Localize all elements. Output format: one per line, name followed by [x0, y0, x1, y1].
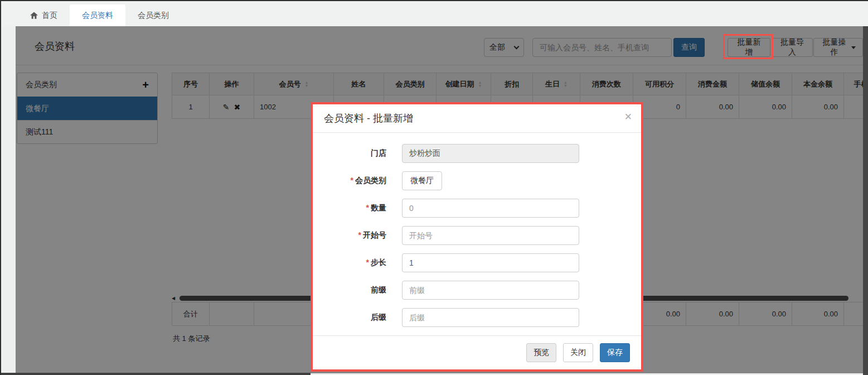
field-control — [402, 308, 579, 327]
window-left-edge — [0, 0, 1, 375]
modal-footer: 预览 关闭 保存 — [313, 335, 641, 369]
field-control — [402, 199, 579, 218]
save-button[interactable]: 保存 — [600, 343, 630, 362]
category-select-button[interactable]: 微餐厅 — [402, 171, 442, 190]
field-control — [402, 144, 579, 163]
form-row: *会员类别微餐厅 — [313, 171, 641, 190]
form-row: 前缀 — [313, 281, 641, 300]
modal-header: 会员资料 - 批量新增 ✕ — [313, 104, 641, 133]
field-label: 前缀 — [313, 281, 386, 300]
annotation-batch-add-highlight — [723, 34, 773, 59]
field-input[interactable] — [402, 199, 579, 218]
batch-add-modal: 会员资料 - 批量新增 ✕ 门店*会员类别微餐厅*数量*开始号*步长前缀后缀 预… — [311, 102, 643, 372]
required-asterisk: * — [351, 176, 353, 185]
form-row: 后缀 — [313, 308, 641, 327]
field-label: *会员类别 — [313, 171, 386, 190]
form-row: *数量 — [313, 199, 641, 218]
form-row: *开始号 — [313, 226, 641, 245]
home-icon — [30, 12, 38, 19]
close-icon[interactable]: ✕ — [624, 111, 632, 123]
form-row: 门店 — [313, 144, 641, 163]
preview-button[interactable]: 预览 — [526, 343, 556, 362]
horizontal-scrollbar-stub[interactable] — [1, 373, 311, 375]
field-control — [402, 253, 579, 272]
field-input[interactable] — [402, 281, 579, 300]
required-asterisk: * — [358, 230, 361, 239]
top-tab-bar: 首页 会员资料 会员类别 — [1, 1, 868, 26]
required-asterisk: * — [366, 258, 369, 267]
modal-close-button[interactable]: 关闭 — [563, 343, 593, 362]
field-input[interactable] — [402, 226, 579, 245]
field-label: *数量 — [313, 199, 386, 218]
field-input[interactable] — [402, 308, 579, 327]
tab-member-category[interactable]: 会员类别 — [125, 4, 181, 26]
field-label: 门店 — [313, 144, 386, 163]
field-control — [402, 226, 579, 245]
tab-member-info-label: 会员资料 — [82, 11, 113, 21]
vertical-scrollbar[interactable] — [863, 26, 868, 375]
field-control — [402, 281, 579, 300]
field-input — [402, 144, 579, 163]
window-top-edge — [0, 0, 868, 1]
required-asterisk: * — [366, 203, 369, 212]
field-label: *开始号 — [313, 226, 386, 245]
modal-body: 门店*会员类别微餐厅*数量*开始号*步长前缀后缀 — [313, 133, 641, 327]
tab-member-category-label: 会员类别 — [138, 11, 169, 21]
form-row: *步长 — [313, 253, 641, 272]
field-label: 后缀 — [313, 308, 386, 327]
tab-home[interactable]: 首页 — [18, 4, 70, 26]
field-label: *步长 — [313, 253, 386, 272]
tab-home-label: 首页 — [42, 11, 57, 21]
field-input[interactable] — [402, 253, 579, 272]
field-control: 微餐厅 — [402, 171, 442, 190]
tab-member-info[interactable]: 会员资料 — [70, 4, 125, 26]
modal-title: 会员资料 - 批量新增 — [324, 113, 413, 124]
